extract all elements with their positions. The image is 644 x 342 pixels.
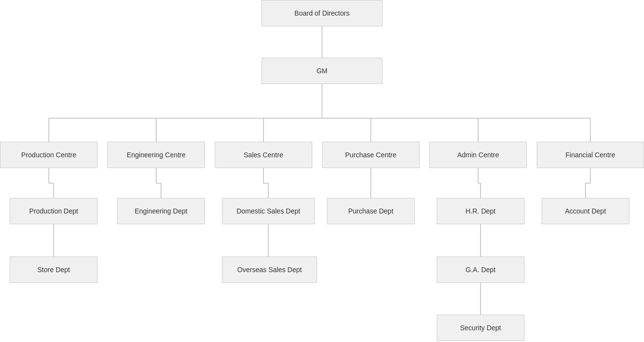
production-dept-node: Production Dept bbox=[10, 198, 98, 224]
hr-dept-node: H.R. Dept bbox=[437, 198, 524, 224]
engineering-dept-node: Engineering Dept bbox=[117, 198, 205, 224]
account-dept-node: Account Dept bbox=[542, 198, 629, 224]
security-dept-node: Security Dept bbox=[437, 315, 524, 341]
board-of-directors-node: Board of Directors bbox=[262, 0, 382, 26]
admin-centre-node: Admin Centre bbox=[429, 142, 527, 168]
domestic-sales-dept-node: Domestic Sales Dept bbox=[222, 198, 315, 224]
sales-centre-node: Sales Centre bbox=[215, 142, 312, 168]
ga-dept-node: G.A. Dept bbox=[437, 256, 524, 283]
org-chart: Board of Directors GM Production Centre … bbox=[0, 0, 644, 342]
purchase-centre-node: Purchase Centre bbox=[322, 142, 420, 168]
purchase-dept-node: Purchase Dept bbox=[327, 198, 415, 224]
gm-node: GM bbox=[262, 58, 382, 84]
overseas-sales-dept-node: Overseas Sales Dept bbox=[222, 256, 317, 283]
store-dept-node: Store Dept bbox=[10, 256, 98, 283]
financial-centre-node: Financial Centre bbox=[537, 142, 644, 168]
connector-lines bbox=[0, 0, 644, 342]
production-centre-node: Production Centre bbox=[0, 142, 98, 168]
engineering-centre-node: Engineering Centre bbox=[107, 142, 205, 168]
